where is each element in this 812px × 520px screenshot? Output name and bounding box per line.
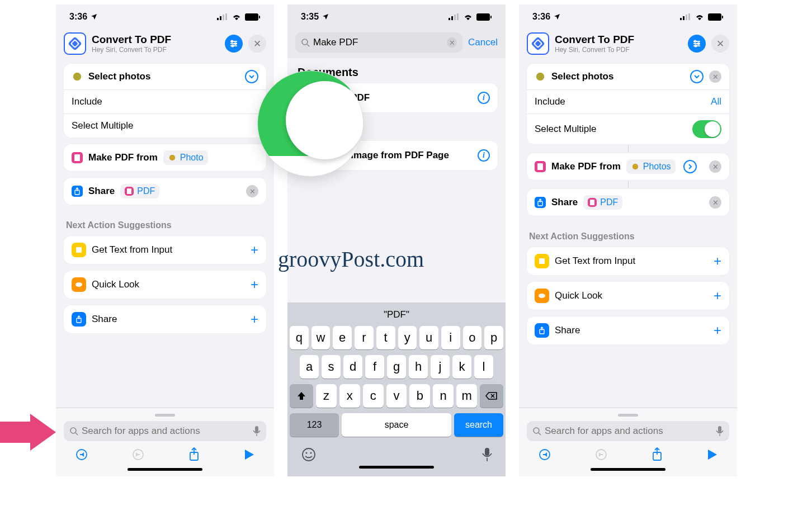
add-icon[interactable]: + [251,311,258,327]
keyboard-suggestion[interactable]: "PDF" [290,306,503,326]
remove-action-button[interactable]: ✕ [709,70,721,83]
key-i[interactable]: i [441,326,460,349]
numbers-key[interactable]: 123 [290,413,339,437]
make-pdf-param[interactable]: Photo [163,150,208,165]
info-button[interactable]: i [478,149,490,162]
key-s[interactable]: s [322,355,341,379]
search-icon [301,38,310,47]
key-m[interactable]: m [456,384,477,408]
suggestion-get-text[interactable]: Get Text from Input + [527,247,729,275]
play-button[interactable] [707,448,718,461]
key-g[interactable]: g [387,355,406,379]
chevron-right-icon[interactable] [683,160,697,173]
clear-search-button[interactable]: ✕ [447,37,457,48]
svg-rect-3 [225,13,227,20]
key-w[interactable]: w [311,326,331,349]
share-param[interactable]: PDF [120,184,159,198]
chevron-down-icon[interactable] [245,70,258,83]
close-button[interactable]: ✕ [711,35,729,53]
select-multiple-row[interactable]: Select Multiple [527,114,729,144]
key-q[interactable]: q [290,326,309,349]
grabber[interactable] [618,414,638,417]
search-key[interactable]: search [454,413,503,437]
key-k[interactable]: k [452,355,471,379]
add-icon[interactable]: + [251,277,258,292]
suggestion-quick-look[interactable]: Quick Look + [527,282,729,310]
make-pdf-param[interactable]: Photos [626,159,676,174]
share-button[interactable] [650,447,664,462]
undo-button[interactable] [75,448,88,461]
share-param[interactable]: PDF [583,195,622,210]
remove-action-button[interactable]: ✕ [709,196,721,209]
backspace-key[interactable] [480,384,503,408]
key-l[interactable]: l [474,355,493,379]
add-icon[interactable]: + [251,242,258,258]
make-pdf-card[interactable]: Make PDF from Photos ✕ [527,153,729,180]
suggestion-share[interactable]: Share + [64,305,266,333]
home-indicator[interactable] [128,468,202,471]
key-x[interactable]: x [339,384,360,408]
add-icon[interactable]: + [714,253,721,269]
suggestion-share[interactable]: Share + [527,316,729,344]
search-input[interactable] [64,421,266,441]
share-card[interactable]: Share PDF ✕ [527,189,729,216]
home-indicator[interactable] [591,468,665,471]
shortcut-app-icon[interactable] [527,32,549,55]
shortcut-app-icon[interactable] [64,32,86,55]
key-t[interactable]: t [376,326,395,349]
close-button[interactable]: ✕ [248,35,266,53]
settings-button[interactable] [688,35,706,53]
cancel-button[interactable]: Cancel [468,37,498,48]
key-c[interactable]: c [363,384,384,408]
suggestion-quick-look[interactable]: Quick Look + [64,271,266,299]
undo-button[interactable] [538,448,551,461]
add-icon[interactable]: + [714,288,721,304]
key-j[interactable]: j [431,355,450,379]
home-indicator[interactable] [359,466,434,469]
settings-button[interactable] [225,35,243,53]
chevron-down-icon[interactable] [690,70,704,83]
dictation-button[interactable] [482,447,492,462]
remove-action-button[interactable]: ✕ [246,185,258,197]
svg-rect-23 [127,188,131,194]
include-row[interactable]: Include [64,89,266,114]
key-u[interactable]: u [419,326,438,349]
play-button[interactable] [244,448,255,461]
key-n[interactable]: n [433,384,454,408]
grabber[interactable] [155,414,175,417]
shift-key[interactable] [290,384,313,408]
key-r[interactable]: r [355,326,374,349]
key-d[interactable]: d [343,355,362,379]
suggestion-label: Quick Look [92,279,139,290]
key-o[interactable]: o [463,326,482,349]
key-e[interactable]: e [333,326,352,349]
suggestion-get-text[interactable]: Get Text from Input + [64,236,266,264]
include-value[interactable]: All [711,96,721,107]
key-y[interactable]: y [398,326,417,349]
mic-icon[interactable] [716,426,724,437]
include-row[interactable]: Include All [527,89,729,114]
key-f[interactable]: f [365,355,384,379]
select-photos-header[interactable]: Select photos ✕ [527,64,729,89]
share-card[interactable]: Share PDF ✕ [64,178,266,205]
key-p[interactable]: p [484,326,503,349]
status-bar: 3:36 [56,4,274,29]
make-pdf-card[interactable]: Make PDF from Photo [64,144,266,171]
select-multiple-toggle[interactable] [692,120,721,138]
mic-icon[interactable] [253,426,261,437]
emoji-button[interactable] [301,447,317,462]
search-input[interactable] [527,421,729,441]
add-icon[interactable]: + [714,323,721,338]
key-a[interactable]: a [300,355,319,379]
search-input[interactable]: ✕ [295,32,462,53]
space-key[interactable]: space [342,413,451,437]
select-photos-header[interactable]: Select photos [64,64,266,89]
key-h[interactable]: h [409,355,428,379]
select-multiple-row[interactable]: Select Multiple [64,114,266,138]
key-v[interactable]: v [386,384,407,408]
remove-action-button[interactable]: ✕ [709,160,721,173]
share-button[interactable] [187,447,201,462]
key-b[interactable]: b [409,384,430,408]
key-z[interactable]: z [316,384,337,408]
info-button[interactable]: i [478,92,490,104]
